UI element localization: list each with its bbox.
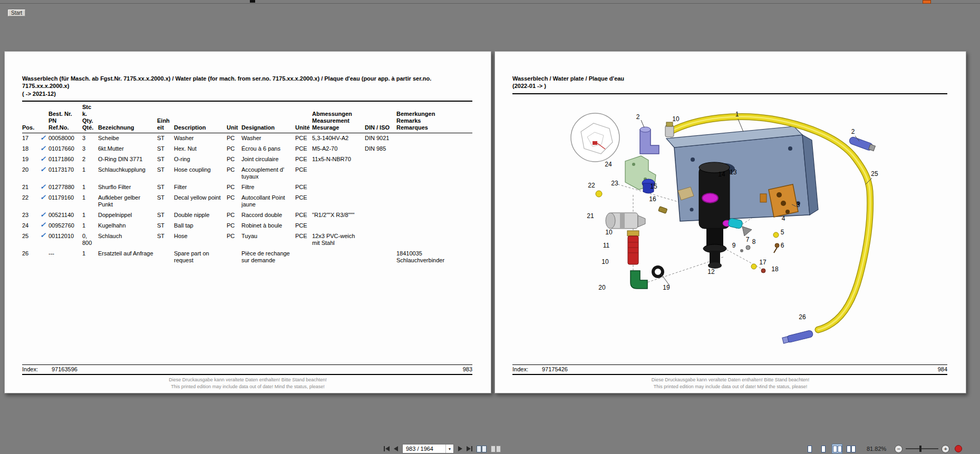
zoom-in-button[interactable]: +	[942, 445, 949, 453]
footer-divider-bottom	[22, 374, 472, 375]
two-page-continuous-icon	[847, 446, 851, 452]
col-header-din: DIN / ISO	[365, 103, 396, 133]
pump-part	[606, 213, 645, 229]
exploded-diagram: 2101225242322211516141334567891718121920…	[566, 110, 888, 354]
print-notice: Diese Druckausgabe kann veraltete Daten …	[495, 377, 966, 390]
checked-icon: ✓	[40, 182, 48, 193]
table-row: 26---1Ersatzteil auf AnfrageSpare part o…	[22, 248, 472, 265]
page-number: 983	[463, 366, 472, 372]
cell-din	[365, 220, 396, 231]
table-row: 24✓009527601KugelhahnSTBall tapPCRobinet…	[22, 220, 472, 231]
zoom-out-button[interactable]: −	[895, 445, 903, 453]
page-title-right: Wasserblech / Water plate / Plaque d'eau…	[512, 75, 947, 90]
cell-unit: PC	[227, 193, 241, 210]
page-number-input[interactable]: 983 / 1964 ▼	[402, 444, 454, 453]
two-page-view-icon	[833, 446, 837, 452]
cell-unite: PCE	[295, 210, 312, 221]
col-header-desc: Description	[174, 103, 227, 133]
cell-bez: 6kt.Mutter	[98, 144, 157, 154]
cell-unit: PC	[227, 165, 241, 182]
cell-bem	[396, 154, 472, 165]
page-footer: Index:97163596 983	[22, 364, 472, 375]
cell-pos: 19	[22, 154, 40, 165]
checked-icon: ✓	[40, 231, 48, 248]
title-divider	[22, 101, 472, 102]
oring-part	[653, 267, 663, 277]
title-line-3: ( -> 2021-12)	[22, 90, 472, 97]
cell-pn: 00112010	[48, 231, 82, 248]
cell-bez: Doppelnippel	[98, 210, 157, 221]
cell-bez: Ersatzteil auf Anfrage	[98, 248, 157, 265]
screw2-part	[761, 269, 765, 273]
col-header-pn: Best. Nr. PN Ref.No.	[48, 103, 82, 133]
book-view-button[interactable]	[491, 446, 501, 452]
cell-bem	[396, 193, 472, 210]
cell-desc: Spare part on request	[174, 248, 227, 265]
two-page-view-button[interactable]	[832, 444, 842, 453]
prev-page-button[interactable]	[394, 445, 398, 453]
cell-einh: ST	[157, 210, 174, 221]
cell-einh: ST	[157, 165, 174, 182]
cell-unite: PCE	[295, 154, 312, 165]
cell-abm	[312, 182, 365, 193]
small-fitting-part	[658, 206, 667, 214]
zoom-slider[interactable]	[906, 445, 938, 452]
start-button[interactable]: Start	[7, 9, 26, 17]
cell-din	[365, 182, 396, 193]
document-page-left: Wasserblech (für Masch. ab Fgst.Nr. 7175…	[4, 51, 491, 393]
cell-bez: Kugelhahn	[98, 220, 157, 231]
cell-pn: 00058000	[48, 133, 82, 143]
cell-qty: 1	[82, 193, 98, 210]
cell-din	[365, 210, 396, 221]
cell-bez: Schlauch	[98, 231, 157, 248]
cell-einh	[157, 248, 174, 265]
machine-detail-inset	[571, 113, 619, 162]
cell-din	[365, 165, 396, 182]
cell-desig: Pièce de rechange sur demande	[241, 248, 295, 265]
cell-unit: PC	[227, 154, 241, 165]
col-header-qty: Stc k. Qty. Qté.	[82, 103, 98, 133]
cell-einh: ST	[157, 154, 174, 165]
tank-fitting-assembly	[699, 162, 730, 269]
cell-qty: 1	[82, 220, 98, 231]
page-footer: Index:97175426 984	[512, 364, 947, 375]
cell-desc: Ball tap	[174, 220, 227, 231]
table-row: 25✓001120100, 800SchlauchSTHosePCTuyauPC…	[22, 231, 472, 248]
cell-din: DIN 985	[365, 144, 396, 154]
cell-desig: Washer	[241, 133, 295, 143]
cell-unite: PCE	[295, 165, 312, 182]
cell-unit	[227, 248, 241, 265]
cell-qty: 1	[82, 248, 98, 265]
cell-qty: 3	[82, 144, 98, 154]
cell-qty: 1	[82, 210, 98, 221]
cell-din	[365, 248, 396, 265]
cell-desig: Filtre	[241, 182, 295, 193]
cell-abm: 5,3-140HV-A2	[312, 133, 365, 143]
cell-abm	[312, 220, 365, 231]
hose-connector-top-right	[848, 136, 876, 152]
cell-abm: 11x5-N-NBR70	[312, 154, 365, 165]
two-page-continuous-button[interactable]	[846, 444, 856, 453]
cell-unite: PCE	[295, 182, 312, 193]
cell-din	[365, 154, 396, 165]
cell-desig: Écrou à 6 pans	[241, 144, 295, 154]
cell-desc: O-ring	[174, 154, 227, 165]
document-page-right: Wasserblech / Water plate / Plaque d'eau…	[494, 51, 966, 393]
dropdown-arrow-icon[interactable]: ▼	[445, 445, 453, 453]
single-page-view-button[interactable]	[804, 444, 815, 453]
next-page-button[interactable]	[458, 445, 462, 453]
checked-icon: ✓	[40, 210, 48, 221]
green-elbow-part	[630, 271, 647, 289]
last-page-button[interactable]	[467, 445, 472, 453]
facing-pages-button[interactable]	[477, 446, 487, 452]
single-page-icon	[808, 446, 812, 452]
cell-pos: 24	[22, 220, 40, 231]
page-field-value[interactable]: 983 / 1964	[403, 446, 445, 452]
washer-small-part	[773, 232, 779, 238]
first-page-button[interactable]	[384, 445, 390, 453]
cell-bem	[396, 220, 472, 231]
zoom-slider-handle[interactable]	[919, 446, 921, 452]
page-navigation-toolbar: 983 / 1964 ▼	[384, 443, 501, 454]
elbow-fitting-part	[640, 127, 659, 154]
continuous-view-button[interactable]	[818, 444, 829, 453]
